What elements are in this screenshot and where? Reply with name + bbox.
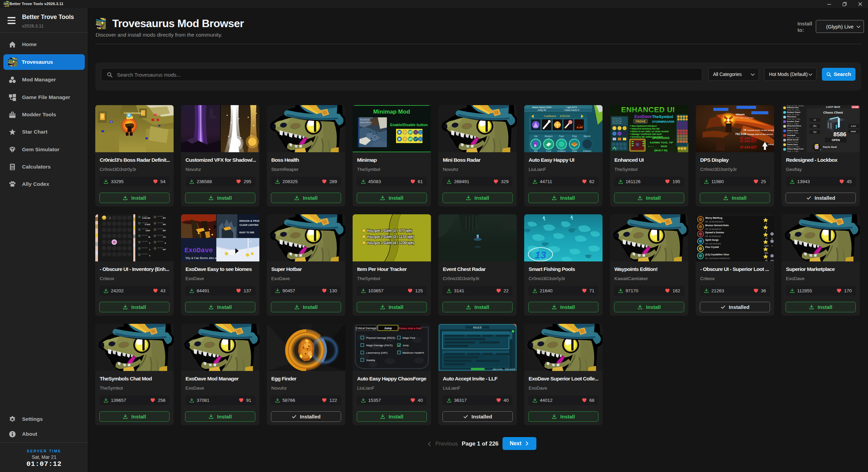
svg-text:(C1) Crystalline Visor: (C1) Crystalline Visor (705, 253, 729, 256)
svg-text:You got 1 Glim (4 / 1230 iph): You got 1 Glim (4 / 1230 iph) (367, 241, 414, 245)
svg-text:Total: 110 / 1 Box: Total: 110 / 1 Box (787, 118, 801, 120)
svg-text:对照文本对照: 对照文本对照 (505, 368, 515, 370)
svg-text:Bronze Horned Helm: Bronze Horned Helm (705, 224, 729, 227)
svg-text:49: 49 (148, 236, 150, 238)
svg-text:Faerie Dust: Faerie Dust (823, 145, 837, 149)
svg-text:+ Easier to see stats, no clic: + Easier to see stats, no clicks needed (630, 130, 669, 133)
svg-text:You got 1 Glim (1 / 477 iph): You got 1 Glim (1 / 477 iph) (367, 229, 412, 233)
svg-text:8: 8 (165, 242, 166, 244)
svg-text:Jump: Jump (402, 344, 409, 347)
svg-text:25x: 25x (813, 125, 817, 127)
svg-text:Physical Damage (FACE): Physical Damage (FACE) (366, 336, 396, 339)
svg-text:Spirit Surge: Spirit Surge (705, 239, 719, 241)
svg-text:PR: 360 MH%/PD: PR: 360 MH%/PD (705, 243, 721, 245)
svg-text:游戏文本对照: 游戏文本对照 (492, 368, 503, 371)
svg-text:8586: 8586 (833, 131, 846, 138)
svg-text:stat name: stat name (142, 234, 148, 236)
svg-text:6763709: 6763709 (560, 115, 570, 118)
svg-text:607: 607 (163, 230, 166, 232)
svg-text:+ New Optimized Interface!: + New Optimized Interface! (630, 125, 657, 127)
svg-text:LOOT BOX: LOOT BOX (826, 105, 840, 109)
svg-text:Chaos Core: Chaos Core (787, 130, 798, 132)
svg-text:70x: 70x (813, 131, 817, 133)
svg-text:PR: 43 PD/MH/JP: PR: 43 PD/MH/JP (705, 235, 721, 237)
svg-text:1: 1 (149, 249, 150, 251)
svg-text:Worry Warthog: Worry Warthog (705, 217, 722, 219)
svg-text:Hitmark: Hitmark (736, 113, 745, 116)
svg-text:EASY TO SEE: EASY TO SEE (239, 231, 255, 234)
svg-text:47.644.527: 47.644.527 (740, 139, 757, 143)
svg-text:3,152,189: 3,152,189 (142, 217, 150, 219)
svg-text:Total: 27 / 3 Box: Total: 27 / 3 Box (787, 146, 800, 148)
svg-text:Somber Soul: Somber Soul (787, 120, 799, 122)
svg-text:347: 347 (163, 249, 166, 251)
svg-text:Weapon: Weapon (545, 135, 553, 138)
svg-text:10: 10 (765, 259, 768, 261)
svg-text:Flask: Flask (572, 150, 577, 152)
svg-text:1000: 1000 (764, 245, 769, 247)
svg-text:Jump: Jump (384, 327, 392, 330)
svg-text:<------: <------ (648, 145, 654, 148)
svg-text:Total: 1 / 1 Box: Total: 1 / 1 Box (787, 150, 799, 152)
svg-text:Total: 11 / 1 Box: Total: 11 / 1 Box (787, 137, 800, 139)
svg-text:Added up in: Added up in (768, 143, 774, 145)
svg-text:+ Damage Coefficient stat mod!: + Damage Coefficient stat mod! (630, 133, 662, 136)
svg-text:Total: 9 / 1 Box: Total: 9 / 1 Box (787, 127, 799, 129)
svg-text:PR: 1100 MH/LT/HR/PD/CD: PR: 1100 MH/LT/HR/PD/CD (705, 257, 730, 259)
svg-text:UPGRADED: UPGRADED (652, 136, 670, 140)
svg-text:OPEN: OPEN (832, 138, 840, 142)
svg-text:Stat Power 13,941: Stat Power 13,941 (612, 118, 621, 119)
svg-text:Flux Crystal: Flux Crystal (705, 246, 719, 249)
svg-text:5: 5 (149, 242, 150, 244)
svg-text:Cinnabar: Cinnabar (787, 134, 796, 136)
svg-text:Coefficient: Coefficient (544, 115, 556, 118)
svg-text:Magic Find: Magic Find (402, 336, 415, 339)
svg-text:Food: Food (546, 150, 551, 152)
svg-text:Lasermancy (HAT): Lasermancy (HAT) (366, 351, 388, 354)
svg-text:DRAGON & FROST BIOME: DRAGON & FROST BIOME (239, 219, 259, 222)
svg-text:Minimap Mod: Minimap Mod (373, 109, 410, 115)
svg-text:Total: 1 / 1 Box: Total: 1 / 1 Box (787, 123, 799, 125)
svg-text:13: 13 (535, 249, 546, 260)
svg-text:Chaos Chest: Chaos Chest (823, 111, 843, 114)
svg-text:PermaFrost: PermaFrost (360, 119, 370, 121)
svg-text:Dynast's Demise: Dynast's Demise (705, 231, 724, 234)
svg-text:5: 5 (149, 255, 150, 257)
svg-text:Ally: Ally (534, 150, 538, 152)
svg-text:Total: 14 / 1 Box: Total: 14 / 1 Box (787, 109, 800, 111)
svg-text:Magic Dmg 24026k: Magic Dmg 24026k (612, 121, 622, 122)
svg-text:Face: Face (559, 135, 564, 137)
svg-text:Max Health 44056k: Max Health 44056k (612, 123, 622, 124)
svg-text:500: 500 (765, 252, 768, 254)
svg-text:STORMREAPER: STORMREAPER (652, 120, 674, 123)
svg-text:Adept Difficulty: Adept Difficulty (360, 121, 372, 123)
svg-text:Emblem: Emblem (583, 150, 591, 152)
svg-text:8,586: 8,586 (851, 125, 856, 127)
svg-text:Total: 8 / 2 Box: Total: 8 / 2 Box (787, 141, 799, 143)
svg-text:Banner: Banner (584, 135, 591, 137)
svg-text:+ Improved inventory flux tab: + Improved inventory flux tab (630, 127, 659, 130)
svg-text:Maximum Health%: Maximum Health% (402, 351, 424, 354)
svg-text:(Color = type of damage): (Color = type of damage) (733, 117, 754, 119)
svg-text:Chaos Mega Core: Chaos Mega Core (787, 148, 804, 150)
svg-text:Radiant Shard: Radiant Shard (787, 111, 801, 113)
svg-text:MOD: MOD (661, 145, 667, 148)
svg-text:1x: 1x (814, 119, 816, 121)
svg-text:You got 2 Glim (3 / 1133 iph): You got 2 Glim (3 / 1133 iph) (367, 235, 414, 239)
svg-text:Jump 54: Jump 54 (538, 109, 546, 112)
svg-text:stat name: stat name (142, 247, 148, 249)
svg-text:501: 501 (163, 223, 166, 225)
svg-text:Chaos Factor 3: Chaos Factor 3 (564, 109, 579, 111)
svg-text:stat name: stat name (157, 240, 163, 242)
svg-text:FAST: FAST (851, 131, 856, 133)
svg-text:Phys Damage 101k: Phys Damage 101k (612, 119, 622, 121)
svg-text:47.644.527: 47.644.527 (740, 145, 757, 149)
svg-text:Blank Scroll: Blank Scroll (787, 139, 798, 141)
svg-text:877: 877 (163, 217, 166, 219)
svg-text:Total: 3 / 3 Box: Total: 3 / 3 Box (787, 132, 799, 134)
svg-text:Critical Damage: Critical Damage (356, 327, 377, 330)
svg-text:Attack Speed 226%: Attack Speed 226% (532, 106, 551, 109)
svg-text:17,942: 17,942 (145, 223, 151, 225)
svg-text:PR: 26 MH/MS/JP: PR: 26 MH/MS/JP (705, 228, 721, 230)
svg-text:Hat: Hat (534, 135, 537, 137)
